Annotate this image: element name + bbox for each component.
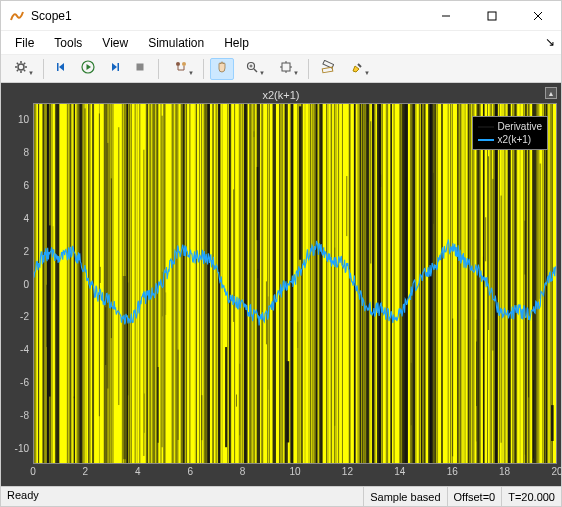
step-forward-icon (107, 60, 121, 77)
step-back-icon (55, 60, 69, 77)
menu-help[interactable]: Help (216, 34, 257, 52)
highlight-button[interactable]: ▼ (341, 58, 373, 80)
maximize-button[interactable] (469, 1, 515, 30)
legend-label: x2(k+1) (498, 134, 532, 145)
y-tick: -10 (15, 442, 29, 453)
measurements-button[interactable] (315, 58, 339, 80)
menu-view[interactable]: View (94, 34, 136, 52)
toolbar-separator (158, 59, 159, 79)
plot-canvas[interactable]: Derivative x2(k+1) (33, 103, 557, 464)
y-tick: -2 (20, 311, 29, 322)
menu-file[interactable]: File (7, 34, 42, 52)
menu-simulation[interactable]: Simulation (140, 34, 212, 52)
step-forward-button[interactable] (102, 58, 126, 80)
zoom-button[interactable]: ▼ (236, 58, 268, 80)
pan-button[interactable] (210, 58, 234, 80)
svg-line-12 (24, 63, 25, 64)
svg-line-34 (358, 64, 361, 67)
x-axis: 02468101214161820 (33, 464, 557, 482)
chevron-down-icon: ▼ (188, 70, 194, 76)
status-ready: Ready (1, 487, 363, 506)
menubar: File Tools View Simulation Help ↘ (1, 31, 561, 55)
legend-row-derivative: Derivative (478, 120, 542, 133)
svg-line-11 (17, 70, 18, 71)
y-tick: 2 (23, 245, 29, 256)
status-offset: Offset=0 (447, 487, 502, 506)
legend-swatch (478, 126, 494, 128)
close-button[interactable] (515, 1, 561, 30)
trigger-settings-button[interactable]: ▼ (165, 58, 197, 80)
toolbar-separator (308, 59, 309, 79)
x-tick: 12 (342, 466, 353, 477)
ruler-icon (320, 60, 334, 77)
chevron-down-icon: ▼ (259, 70, 265, 76)
svg-line-23 (254, 69, 257, 72)
y-tick: 0 (23, 278, 29, 289)
svg-rect-440 (403, 104, 406, 463)
svg-rect-435 (244, 104, 247, 463)
y-tick: 4 (23, 212, 29, 223)
chevron-down-icon: ▼ (364, 70, 370, 76)
minimize-button[interactable] (423, 1, 469, 30)
statusbar: Ready Sample based Offset=0 T=20.000 (1, 486, 561, 506)
stop-icon (133, 60, 147, 77)
svg-rect-436 (257, 104, 260, 463)
svg-rect-438 (320, 104, 323, 463)
y-tick: 6 (23, 180, 29, 191)
menu-tools[interactable]: Tools (46, 34, 90, 52)
svg-rect-1 (488, 12, 496, 20)
svg-rect-442 (534, 104, 537, 463)
marker-icon (350, 60, 364, 77)
chevron-down-icon: ▼ (293, 70, 299, 76)
window-buttons (423, 1, 561, 30)
play-icon (81, 60, 95, 77)
x-tick: 8 (240, 466, 246, 477)
plot-title: x2(k+1) (5, 87, 557, 103)
step-back-button[interactable] (50, 58, 74, 80)
x-tick: 2 (83, 466, 89, 477)
chevron-down-icon: ▼ (28, 70, 34, 76)
y-tick: -6 (20, 376, 29, 387)
svg-marker-33 (353, 66, 359, 72)
run-button[interactable] (76, 58, 100, 80)
trigger-icon (174, 60, 188, 77)
stop-button[interactable] (128, 58, 152, 80)
y-axis: -10-8-6-4-20246810 (5, 103, 33, 464)
legend-label: Derivative (498, 121, 542, 132)
x-tick: 6 (187, 466, 193, 477)
y-tick: -8 (20, 409, 29, 420)
svg-marker-17 (112, 63, 117, 71)
menu-overflow-icon[interactable]: ↘ (545, 35, 555, 49)
x-tick: 14 (394, 466, 405, 477)
window-title: Scope1 (31, 9, 423, 23)
x-tick: 20 (551, 466, 562, 477)
svg-marker-16 (87, 64, 92, 70)
autoscale-icon (279, 60, 293, 77)
scope-area: x2(k+1) -10-8-6-4-20246810 Derivative x2… (1, 83, 561, 486)
x-tick: 18 (499, 466, 510, 477)
svg-point-20 (176, 62, 180, 66)
svg-point-4 (18, 64, 24, 70)
svg-rect-19 (137, 64, 144, 71)
svg-rect-14 (57, 63, 59, 71)
y-tick: -4 (20, 344, 29, 355)
hand-icon (215, 60, 229, 77)
expand-plot-button[interactable] (545, 87, 557, 99)
svg-rect-439 (377, 104, 380, 463)
plot-container: -10-8-6-4-20246810 Derivative x2(k+1) (5, 103, 557, 464)
y-tick: 8 (23, 147, 29, 158)
x-tick: 10 (289, 466, 300, 477)
legend-swatch (478, 139, 494, 141)
legend-row-x2: x2(k+1) (478, 133, 542, 146)
svg-marker-13 (59, 63, 64, 71)
scope-window: Scope1 File Tools View Simulation Help ↘… (0, 0, 562, 507)
zoom-icon (245, 60, 259, 77)
svg-rect-18 (118, 63, 120, 71)
app-logo-icon (9, 8, 25, 24)
toolbar-separator (203, 59, 204, 79)
gear-icon (14, 60, 28, 77)
plot-svg (34, 104, 556, 463)
configure-button[interactable]: ▼ (5, 58, 37, 80)
autoscale-button[interactable]: ▼ (270, 58, 302, 80)
legend[interactable]: Derivative x2(k+1) (472, 116, 548, 150)
